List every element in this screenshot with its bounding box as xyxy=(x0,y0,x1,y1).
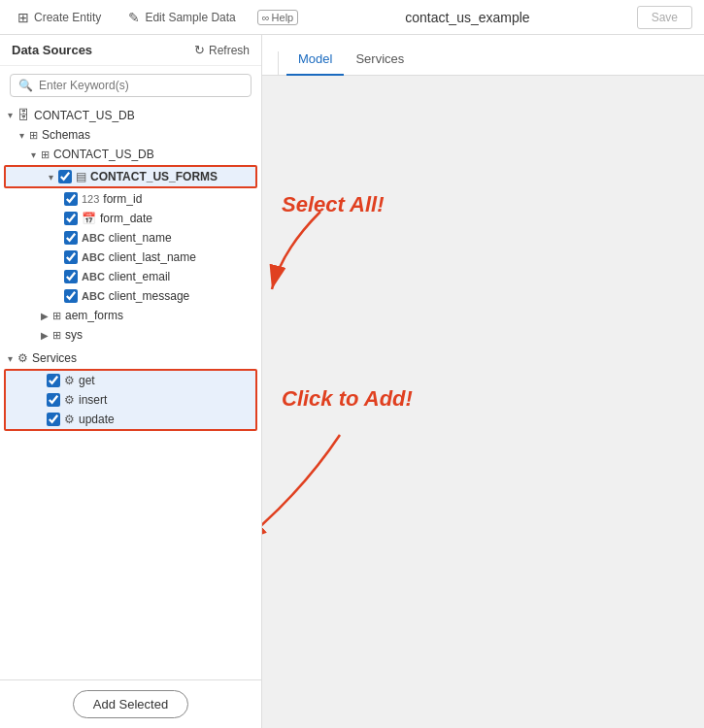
update-checkbox[interactable] xyxy=(47,413,60,426)
tree-label: client_name xyxy=(109,231,172,245)
top-bar-left: ⊞ Create Entity ✎ Edit Sample Data ∞ Hel… xyxy=(12,7,298,28)
tree-label: get xyxy=(79,374,95,387)
chevron-icon: ▶ xyxy=(39,330,50,341)
refresh-icon: ↻ xyxy=(194,43,205,57)
client-email-checkbox[interactable] xyxy=(64,270,78,283)
tree-label: client_message xyxy=(109,289,189,303)
add-selected-button[interactable]: Add Selected xyxy=(73,690,188,718)
table-icon: ⊞ xyxy=(52,329,61,342)
service-icon: ⚙ xyxy=(64,374,75,387)
table-icon: ⊞ xyxy=(52,310,61,322)
tree-label: Services xyxy=(32,351,77,365)
chevron-icon: ▾ xyxy=(27,149,39,160)
infinity-icon: ∞ xyxy=(262,12,270,23)
tree-label: client_last_name xyxy=(109,250,196,264)
tree-item-contact-us-db[interactable]: ▾ 🗄 CONTACT_US_DB xyxy=(0,105,261,125)
right-tabs: Model Services xyxy=(262,35,704,76)
top-bar-right: Save xyxy=(637,6,692,29)
chevron-icon: ▶ xyxy=(39,311,50,321)
click-to-add-annotation: Click to Add! xyxy=(282,386,413,412)
tree-item-update[interactable]: ▸ ⚙ update xyxy=(6,410,255,429)
text-icon: ABC xyxy=(82,290,105,302)
client-last-name-checkbox[interactable] xyxy=(64,250,78,264)
db-icon: 🗄 xyxy=(17,108,30,122)
service-icon: ⚙ xyxy=(64,413,75,426)
search-input[interactable] xyxy=(39,79,243,92)
tree-item-services[interactable]: ▾ ⚙ Services xyxy=(0,348,261,368)
contact-us-forms-checkbox[interactable] xyxy=(58,170,72,183)
form-date-checkbox[interactable] xyxy=(64,212,78,225)
tab-divider xyxy=(278,51,279,75)
create-entity-button[interactable]: ⊞ Create Entity xyxy=(12,7,107,28)
tree-item-aem-forms[interactable]: ▶ ⊞ aem_forms xyxy=(0,306,261,325)
tree-item-contact-us-db-schema[interactable]: ▾ ⊞ CONTACT_US_DB xyxy=(0,145,261,164)
tree-label: form_id xyxy=(103,192,142,206)
client-message-checkbox[interactable] xyxy=(64,289,78,303)
services-icon: ⚙ xyxy=(17,351,28,365)
tree-item-contact-us-forms[interactable]: ▾ ▤ CONTACT_US_FORMS xyxy=(4,165,257,188)
tab-services[interactable]: Services xyxy=(344,44,416,76)
data-sources-title: Data Sources xyxy=(12,43,92,57)
tree-label: insert xyxy=(79,393,107,407)
tree-label: CONTACT_US_DB xyxy=(34,109,135,122)
text-icon: ABC xyxy=(82,271,105,282)
create-entity-icon: ⊞ xyxy=(17,10,29,25)
tree-item-schemas[interactable]: ▾ ⊞ Schemas xyxy=(0,125,261,145)
left-panel: Data Sources ↻ Refresh 🔍 ▾ 🗄 CONTACT_US_… xyxy=(0,35,262,728)
tree-label: sys xyxy=(65,328,83,342)
search-box: 🔍 xyxy=(10,74,251,97)
service-icon: ⚙ xyxy=(64,393,75,407)
tree-label: aem_forms xyxy=(65,309,123,322)
tree-label: CONTACT_US_FORMS xyxy=(90,170,218,183)
add-selected-label: Add Selected xyxy=(93,697,168,711)
calendar-icon: 📅 xyxy=(82,212,96,225)
bottom-bar: Add Selected xyxy=(0,679,261,728)
annotation-area: Select All! Click to Add! xyxy=(262,76,704,728)
save-button[interactable]: Save xyxy=(637,6,692,29)
tree-item-sys[interactable]: ▶ ⊞ sys xyxy=(0,325,261,345)
services-items-group: ▸ ⚙ get ▸ ⚙ insert ▸ ⚙ update xyxy=(4,369,257,431)
refresh-button[interactable]: ↻ Refresh xyxy=(194,43,250,57)
tree-item-client-name[interactable]: ▸ ABC client_name xyxy=(0,228,261,248)
help-badge[interactable]: ∞ Help xyxy=(257,10,298,25)
get-checkbox[interactable] xyxy=(47,374,60,387)
text-icon: ABC xyxy=(82,232,105,244)
schema-icon: ⊞ xyxy=(41,149,50,161)
number-icon: 123 xyxy=(82,193,99,205)
right-content: Select All! Click to Add! xyxy=(262,76,704,728)
tree-item-client-email[interactable]: ▸ ABC client_email xyxy=(0,267,261,286)
schemas-icon: ⊞ xyxy=(29,129,38,142)
top-bar: ⊞ Create Entity ✎ Edit Sample Data ∞ Hel… xyxy=(0,0,704,35)
tree-label: client_email xyxy=(109,270,170,283)
table-icon: ▤ xyxy=(76,170,86,183)
tree-item-get[interactable]: ▸ ⚙ get xyxy=(6,371,255,390)
tree-item-form-id[interactable]: ▸ 123 form_id xyxy=(0,189,261,209)
tree-item-client-last-name[interactable]: ▸ ABC client_last_name xyxy=(0,248,261,267)
main-layout: Data Sources ↻ Refresh 🔍 ▾ 🗄 CONTACT_US_… xyxy=(0,35,704,728)
tree-label: Schemas xyxy=(42,128,90,142)
chevron-icon: ▾ xyxy=(16,130,27,141)
chevron-icon: ▾ xyxy=(4,110,16,120)
tree-label: update xyxy=(79,413,115,426)
insert-checkbox[interactable] xyxy=(47,393,60,407)
chevron-icon: ▾ xyxy=(4,353,16,364)
client-name-checkbox[interactable] xyxy=(64,231,78,245)
tree-container: ▾ 🗄 CONTACT_US_DB ▾ ⊞ Schemas ▾ ⊞ CONTAC… xyxy=(0,105,261,679)
text-icon: ABC xyxy=(82,251,105,263)
tree-item-form-date[interactable]: ▸ 📅 form_date xyxy=(0,209,261,228)
tree-item-insert[interactable]: ▸ ⚙ insert xyxy=(6,390,255,410)
page-title: contact_us_example xyxy=(298,10,636,25)
form-id-checkbox[interactable] xyxy=(64,192,78,206)
search-icon: 🔍 xyxy=(18,79,33,92)
tree-label: CONTACT_US_DB xyxy=(53,148,154,161)
select-all-annotation: Select All! xyxy=(282,192,385,217)
tree-label: form_date xyxy=(100,212,152,225)
tree-item-client-message[interactable]: ▸ ABC client_message xyxy=(0,286,261,306)
left-panel-header: Data Sources ↻ Refresh xyxy=(0,35,261,66)
edit-sample-data-button[interactable]: ✎ Edit Sample Data xyxy=(122,7,241,28)
chevron-icon: ▾ xyxy=(45,172,56,182)
right-panel: Model Services Select All! xyxy=(262,35,704,728)
edit-icon: ✎ xyxy=(128,10,140,25)
tab-model[interactable]: Model xyxy=(286,44,344,76)
